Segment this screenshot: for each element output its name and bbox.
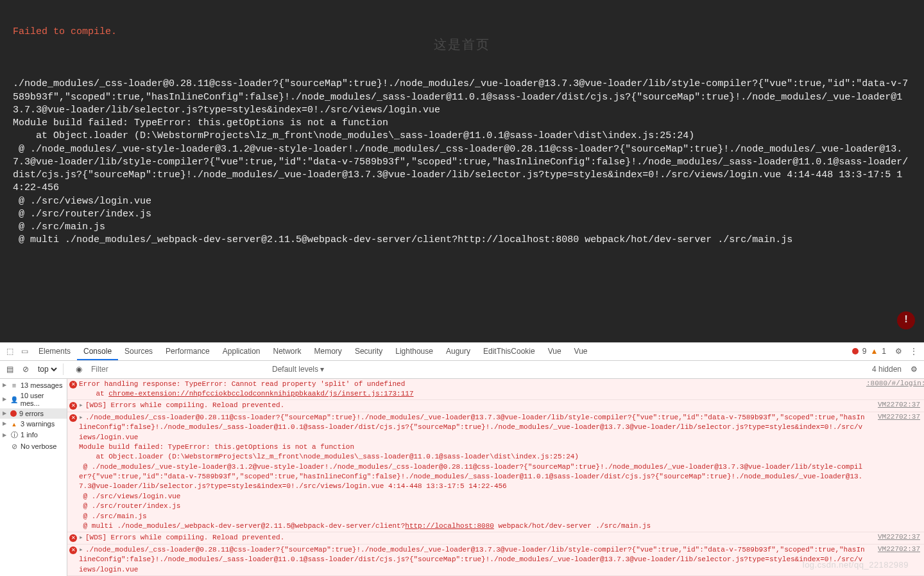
message-source-link[interactable]: VM22702:37 [866,545,924,575]
console-toolbar: ▤ ⊘ top ◉ Default levels ▾ 4 hidden ⚙ [0,361,924,379]
message-gutter: ✕ [67,412,79,532]
error-x-icon: ✕ [69,381,77,388]
sidebar-label: 13 messages [21,381,62,389]
settings-gear-icon[interactable]: ⚙ [891,347,906,356]
tab-network[interactable]: Network [267,342,308,360]
tab-application[interactable]: Application [216,342,267,360]
error-badge-icon[interactable]: ! [897,311,915,329]
message-source-link[interactable]: VM22702:37 [866,412,924,532]
msg-icon [10,381,18,389]
console-settings-gear-icon[interactable]: ⚙ [908,365,920,374]
expand-arrow-icon[interactable]: ▸ [79,545,85,555]
expand-arrow-icon[interactable]: ▸ [79,413,85,423]
url-link[interactable]: http://localhost:8080 [405,522,494,530]
more-menu-icon[interactable]: ⋮ [906,347,921,356]
error-text: ./node_modules/_css-loader@0.28.11@css-l… [13,78,908,245]
console-body: ▶13 messages▶10 user mes...▶9 errors▶3 w… [0,379,924,576]
sidebar-label: 9 errors [19,410,44,417]
devtools-tabs: ⬚ ▭ Elements Console Sources Performance… [0,343,924,361]
hidden-messages-count[interactable]: 4 hidden [872,365,902,374]
tab-editthiscookie[interactable]: EditThisCookie [477,342,542,360]
expand-arrow-icon[interactable]: ▸ [79,533,85,543]
console-message[interactable]: ✕▸./node_modules/_css-loader@0.28.11@css… [67,412,924,533]
log-levels-dropdown[interactable]: Default levels ▾ [272,365,324,374]
console-message[interactable]: ✕▸[WDS] Errors while compiling. Reload p… [67,532,924,544]
message-body: Error handling response: TypeError: Cann… [79,379,866,400]
devtools-panel: ⬚ ▭ Elements Console Sources Performance… [0,342,924,576]
sidebar-row-0[interactable]: ▶13 messages [0,380,67,390]
message-source-link[interactable]: :8080/#/login:1 [866,379,924,400]
status-indicator[interactable]: 9 ▲ 1 [852,347,886,356]
tab-lighthouse[interactable]: Lighthouse [389,342,440,360]
message-source-link[interactable]: VM22702:37 [866,400,924,411]
console-message[interactable]: ✕▸[WDS] Errors while compiling. Reload p… [67,400,924,412]
expand-triangle-icon: ▶ [3,421,8,426]
error-x-icon: ✕ [69,414,77,422]
console-sidebar: ▶13 messages▶10 user mes...▶9 errors▶3 w… [0,379,67,576]
expand-triangle-icon: ▶ [3,410,8,416]
live-expression-icon[interactable]: ◉ [73,365,85,374]
expand-triangle-icon: ▶ [3,396,8,402]
message-gutter: ✕ [67,400,79,411]
message-body: ▸[WDS] Errors while compiling. Reload pr… [79,400,866,411]
message-body: ▸[WDS] Errors while compiling. Reload pr… [79,532,866,543]
filter-input[interactable] [89,363,268,376]
stack-link[interactable]: chrome-extension://nhpfcciokbcclodconnkn… [108,390,413,397]
message-source-link[interactable]: VM22702:37 [866,532,924,543]
error-dot-icon [852,348,859,354]
tab-elements[interactable]: Elements [32,342,77,360]
context-selector[interactable]: top [35,364,59,374]
info-icon [10,430,18,440]
expand-triangle-icon: ▶ [3,382,8,388]
expand-triangle-icon: ▶ [3,432,8,438]
tab-vue-2[interactable]: Vue [568,342,594,360]
tab-memory[interactable]: Memory [308,342,348,360]
message-body: ▸./node_modules/_css-loader@0.28.11@css-… [79,545,866,575]
warn-icon [10,420,18,428]
sidebar-row-1[interactable]: ▶10 user mes... [0,390,67,408]
err-icon [10,410,17,417]
clear-console-icon[interactable]: ⊘ [20,365,31,374]
sidebar-row-2[interactable]: ▶9 errors [0,408,67,419]
error-x-icon: ✕ [69,402,77,410]
warning-count: 1 [882,347,886,356]
tab-console[interactable]: Console [77,342,118,360]
console-message[interactable]: ✕▸./node_modules/_css-loader@0.28.11@css… [67,545,924,576]
tab-security[interactable]: Security [348,342,389,360]
sidebar-label: 10 user mes... [21,392,64,407]
tab-performance[interactable]: Performance [159,342,216,360]
message-gutter: ✕ [67,532,79,543]
error-x-icon: ✕ [69,534,77,542]
error-count: 9 [862,347,867,356]
tab-vue[interactable]: Vue [542,342,568,360]
device-toolbar-icon[interactable]: ▭ [17,347,32,356]
tab-sources[interactable]: Sources [118,342,159,360]
sidebar-label: 1 info [21,431,38,439]
message-gutter: ✕ [67,379,79,400]
message-body: ▸./node_modules/_css-loader@0.28.11@css-… [79,412,866,532]
warning-triangle-icon: ▲ [870,347,878,356]
expand-arrow-icon[interactable]: ▸ [79,401,85,410]
console-message[interactable]: ✕Error handling response: TypeError: Can… [67,379,924,401]
sidebar-row-3[interactable]: ▶3 warnings [0,419,67,429]
webpack-error-overlay: Failed to compile. 这是首页 ./node_modules/_… [0,0,924,342]
sidebar-toggle-icon[interactable]: ▤ [4,365,16,374]
tab-augury[interactable]: Augury [440,342,477,360]
error-x-icon: ✕ [69,546,77,554]
sidebar-row-5[interactable]: No verbose [0,441,67,452]
sidebar-label: 3 warnings [21,420,55,428]
sidebar-row-4[interactable]: ▶1 info [0,429,67,441]
inspect-element-icon[interactable]: ⬚ [3,347,17,356]
user-icon [10,396,18,403]
sidebar-label: No verbose [21,442,56,450]
error-header: Failed to compile. [13,26,117,37]
console-messages[interactable]: ✕Error handling response: TypeError: Can… [67,379,924,576]
message-gutter: ✕ [67,545,79,575]
verb-icon [10,442,18,451]
page-ghost-text: 这是首页 [434,36,490,53]
